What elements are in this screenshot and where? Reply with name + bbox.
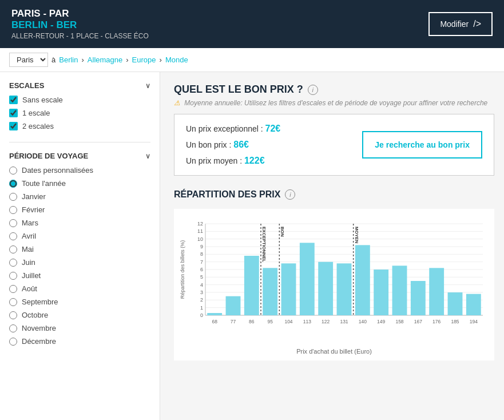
periode-oct-radio[interactable] <box>9 311 17 319</box>
chart-container: Répartition des billets (%)0123456789101… <box>174 209 494 360</box>
periode-avril-radio[interactable] <box>9 232 17 240</box>
breadcrumb-country[interactable]: Allemagne <box>88 56 122 64</box>
breadcrumb-region[interactable]: Europe <box>132 56 156 64</box>
header-to: BERLIN - BER <box>11 19 149 31</box>
svg-text:11: 11 <box>197 228 203 234</box>
svg-text:86: 86 <box>249 319 255 324</box>
svg-text:113: 113 <box>303 319 311 324</box>
periode-fev-radio[interactable] <box>9 206 17 214</box>
svg-rect-51 <box>411 281 426 315</box>
svg-text:BON: BON <box>280 227 285 237</box>
svg-text:176: 176 <box>432 319 440 324</box>
svg-rect-29 <box>207 313 222 315</box>
escale-2: 2 escales <box>9 122 150 130</box>
escale-sans-checkbox[interactable] <box>9 96 18 104</box>
svg-text:1: 1 <box>200 305 203 311</box>
prix-bon-value: 86€ <box>233 140 249 149</box>
bon-prix-info-icon[interactable]: i <box>308 85 318 95</box>
svg-text:104: 104 <box>284 319 292 324</box>
svg-rect-41 <box>318 262 333 315</box>
breadcrumb-world[interactable]: Monde <box>165 56 188 64</box>
periode-juillet-radio[interactable] <box>9 272 17 280</box>
periode-juin: Juin <box>9 258 150 267</box>
svg-rect-49 <box>392 266 407 315</box>
svg-rect-31 <box>226 296 241 315</box>
periode-mai: Mai <box>9 245 150 253</box>
svg-text:77: 77 <box>231 319 236 324</box>
modifier-label: Modifier <box>440 19 469 29</box>
periode-avril-label: Avril <box>22 232 36 240</box>
prix-exceptionnel-row: Un prix exceptionnel : 72€ <box>186 124 362 134</box>
sidebar: ESCALES ∨ Sans escale 1 escale 2 escales… <box>0 72 160 420</box>
periode-sept-radio[interactable] <box>9 298 17 306</box>
modifier-button[interactable]: Modifier /> <box>428 12 493 36</box>
periode-mai-label: Mai <box>22 245 34 253</box>
periode-title[interactable]: PÉRIODE DE VOYAGE ∨ <box>9 152 150 160</box>
svg-text:9: 9 <box>200 244 203 249</box>
svg-rect-33 <box>244 256 259 315</box>
svg-text:7: 7 <box>200 259 203 265</box>
escale-2-label: 2 escales <box>22 122 54 130</box>
main-layout: ESCALES ∨ Sans escale 1 escale 2 escales… <box>0 72 504 420</box>
periode-nov: Novembre <box>9 324 150 332</box>
bon-prix-note: ⚠ Moyenne annuelle: Utilisez les filtres… <box>174 99 494 107</box>
x-axis-title: Prix d'achat du billet (Euro) <box>180 348 489 355</box>
escale-1-checkbox[interactable] <box>9 109 18 117</box>
svg-text:Répartition des billets (%): Répartition des billets (%) <box>180 240 185 299</box>
content: QUEL EST LE BON PRIX ? i ⚠ Moyenne annue… <box>160 72 504 420</box>
svg-text:EXCEPTIONNEL: EXCEPTIONNEL <box>261 227 267 262</box>
chevron3: › <box>160 56 162 64</box>
breadcrumb: Paris à Berlin › Allemagne › Europe › Mo… <box>0 48 504 72</box>
bon-prix-card: Un prix exceptionnel : 72€ Un bon prix :… <box>174 114 494 176</box>
periode-annee-label: Toute l'année <box>22 179 66 188</box>
periode-annee-radio[interactable] <box>9 180 17 188</box>
periode-sept: Septembre <box>9 298 150 306</box>
svg-text:10: 10 <box>197 236 203 242</box>
periode-nov-radio[interactable] <box>9 324 17 332</box>
periode-annee: Toute l'année <box>9 179 150 188</box>
periode-juin-radio[interactable] <box>9 259 17 267</box>
svg-text:8: 8 <box>200 251 203 257</box>
periode-dec-radio[interactable] <box>9 338 17 346</box>
escales-section: ESCALES ∨ Sans escale 1 escale 2 escales <box>9 81 150 130</box>
from-code: - PAR <box>43 8 69 19</box>
svg-text:4: 4 <box>200 282 203 288</box>
svg-text:6: 6 <box>200 267 203 272</box>
svg-text:95: 95 <box>267 319 273 324</box>
from-city: PARIS <box>11 8 41 19</box>
escale-sans-label: Sans escale <box>22 96 63 104</box>
periode-dates-label: Dates personnalisées <box>22 166 93 175</box>
periode-dates: Dates personnalisées <box>9 166 150 175</box>
escale-2-checkbox[interactable] <box>9 122 18 130</box>
svg-rect-53 <box>429 268 444 315</box>
svg-text:5: 5 <box>200 274 203 280</box>
bon-prix-prices: Un prix exceptionnel : 72€ Un bon prix :… <box>186 124 362 166</box>
escale-sans: Sans escale <box>9 96 150 104</box>
periode-dec: Décembre <box>9 337 150 346</box>
warning-icon: ⚠ <box>174 99 180 107</box>
recherche-btn[interactable]: Je recherche au bon prix <box>362 131 482 159</box>
periode-jan: Janvier <box>9 192 150 201</box>
periode-mars-label: Mars <box>22 219 38 227</box>
periode-jan-radio[interactable] <box>9 193 17 201</box>
periode-fev: Février <box>9 205 150 214</box>
periode-jan-label: Janvier <box>22 192 46 201</box>
periode-aout-radio[interactable] <box>9 285 17 293</box>
periode-mars-radio[interactable] <box>9 219 17 227</box>
sidebar-divider <box>9 142 150 142</box>
periode-dates-radio[interactable] <box>9 167 17 175</box>
svg-text:194: 194 <box>470 319 478 324</box>
breadcrumb-to-city[interactable]: Berlin <box>59 56 78 64</box>
chevron2: › <box>126 56 128 64</box>
periode-mars: Mars <box>9 219 150 227</box>
svg-text:185: 185 <box>451 319 459 324</box>
svg-rect-35 <box>263 268 277 315</box>
svg-text:122: 122 <box>322 319 330 324</box>
repartition-info-icon[interactable]: i <box>285 189 295 200</box>
escales-title[interactable]: ESCALES ∨ <box>9 81 150 90</box>
from-city-select[interactable]: Paris <box>9 53 48 67</box>
modifier-icon: /> <box>473 19 481 29</box>
escale-1-label: 1 escale <box>22 109 50 117</box>
svg-text:2: 2 <box>200 297 203 303</box>
periode-mai-radio[interactable] <box>9 245 17 253</box>
